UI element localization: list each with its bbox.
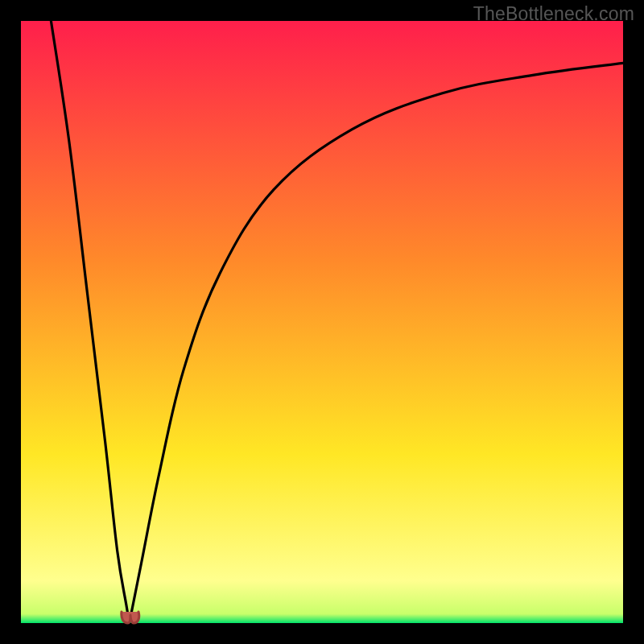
curve-path: [51, 21, 623, 623]
minimum-marker-shape: [121, 612, 138, 623]
bottleneck-curve: [21, 21, 623, 623]
plot-frame: [21, 21, 623, 623]
minimum-marker: [118, 610, 141, 625]
